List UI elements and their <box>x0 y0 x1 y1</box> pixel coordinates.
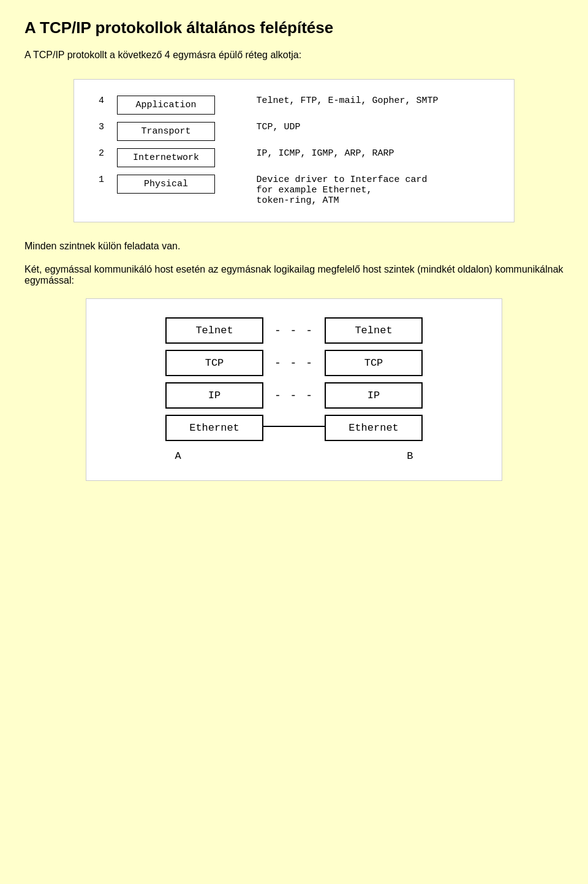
comm-box-right: TCP <box>325 350 423 376</box>
comm-connector: - - - <box>263 390 325 402</box>
comm-box-left: TCP <box>165 350 263 376</box>
mid-text-2: Két, egymással kommunikáló host esetén a… <box>24 264 564 286</box>
comm-row: IP- - -IP <box>111 382 477 409</box>
layer-number: 1 <box>92 171 111 210</box>
page-title: A TCP/IP protokollok általános felépítés… <box>24 18 564 37</box>
layer-row: 3TransportTCP, UDP <box>92 118 496 145</box>
layer-row: 2InternetworkIP, ICMP, IGMP, ARP, RARP <box>92 145 496 171</box>
layer-row: 4ApplicationTelnet, FTP, E-mail, Gopher,… <box>92 92 496 118</box>
comm-diagram: Telnet- - -TelnetTCP- - -TCPIP- - -IPEth… <box>86 298 502 481</box>
comm-connector: - - - <box>263 357 325 369</box>
comm-box-left: Telnet <box>165 317 263 344</box>
layer-description: Telnet, FTP, E-mail, Gopher, SMTP <box>250 92 496 118</box>
layer-name-box: Application <box>117 96 215 115</box>
host-labels: A B <box>111 450 477 462</box>
host-b-label: B <box>361 450 459 462</box>
comm-box-right: Telnet <box>325 317 423 344</box>
layer-table: 4ApplicationTelnet, FTP, E-mail, Gopher,… <box>92 92 496 210</box>
comm-box-left: IP <box>165 382 263 409</box>
layer-name-box: Internetwork <box>117 148 215 167</box>
comm-box-right: IP <box>325 382 423 409</box>
layer-number: 2 <box>92 145 111 171</box>
layer-description: Device driver to Interface cardfor examp… <box>250 171 496 210</box>
mid-text-1: Minden szintnek külön feladata van. <box>24 241 564 252</box>
layer-name-box: Transport <box>117 122 215 141</box>
layer-row: 1PhysicalDevice driver to Interface card… <box>92 171 496 210</box>
comm-connector: - - - <box>263 325 325 337</box>
layer-name-box: Physical <box>117 175 215 194</box>
comm-box-right: Ethernet <box>325 415 423 441</box>
intro-text: A TCP/IP protokollt a következő 4 egymás… <box>24 50 564 61</box>
layer-description: TCP, UDP <box>250 118 496 145</box>
layer-diagram: 4ApplicationTelnet, FTP, E-mail, Gopher,… <box>74 79 514 222</box>
comm-connector <box>263 420 325 436</box>
comm-row: TCP- - -TCP <box>111 350 477 376</box>
layer-number: 4 <box>92 92 111 118</box>
layer-description: IP, ICMP, IGMP, ARP, RARP <box>250 145 496 171</box>
comm-row: Telnet- - -Telnet <box>111 317 477 344</box>
comm-row: EthernetEthernet <box>111 415 477 441</box>
comm-box-left: Ethernet <box>165 415 263 441</box>
host-a-label: A <box>129 450 227 462</box>
layer-number: 3 <box>92 118 111 145</box>
